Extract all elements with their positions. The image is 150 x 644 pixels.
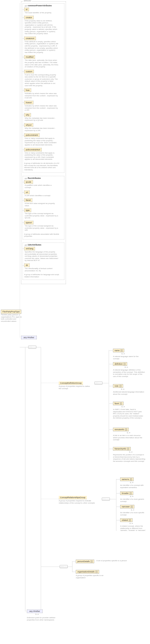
element-desc: An identifier of a concept with equivale… — [120, 484, 147, 488]
element-desc: A natural language definition of the sem… — [113, 369, 145, 378]
attr-desc: Specifies the language of this property … — [25, 251, 58, 262]
attr-desc: The local identifier of the property. — [25, 12, 58, 14]
sequence-icon — [102, 498, 110, 500]
attr-id: id — [24, 8, 29, 11]
root-type: FlexPartyPropType — [1, 310, 21, 314]
attr-row: uriA URI which identifies a concept. — [24, 190, 63, 197]
group-i18n-attributes: grp i18nAttributes xml:langSpecifies the… — [23, 242, 64, 280]
occurrence: 0..∞ — [130, 482, 134, 484]
concept-relationships-group: ConceptRelationshipsGroup A group of pro… — [59, 496, 97, 504]
expand-icon[interactable]: + — [90, 560, 92, 562]
occurrence: 0..∞ — [130, 522, 133, 524]
attr-type: type — [24, 208, 31, 212]
attr-desc: A qualified code which identifies a conc… — [25, 184, 58, 188]
expand-icon[interactable]: + — [129, 519, 131, 521]
attr-row: typeuriThe type of the concept assigned … — [24, 221, 63, 231]
any-other-extension: any ##other — [27, 610, 42, 613]
attr-creator: creator — [24, 16, 34, 19]
attr-xmllang: xml:lang — [24, 247, 35, 250]
attr-desc: One or many constraints that apply to pu… — [25, 137, 58, 146]
expand-icon[interactable]: + — [130, 478, 132, 480]
attr-pubconstrainturi: pubconstrainturi — [24, 148, 42, 152]
expand-icon[interactable]: + — [130, 492, 132, 494]
attr-desc: The type of the concept assigned as cont… — [25, 212, 58, 219]
group-common-power: grp commonPowerAttributes idThe local id… — [23, 3, 64, 173]
element-desc: A related concept, where the relationshi… — [120, 525, 149, 532]
expand-icon[interactable]: + — [125, 428, 127, 430]
extension-desc: Extension point for provider-defined pro… — [27, 616, 58, 621]
cdg-desc: A group of properites required to define… — [59, 385, 90, 390]
attr-how: how — [24, 88, 31, 92]
element-desc: A group of properties specific to an org… — [76, 574, 112, 579]
attr-whyuri: whyuri — [24, 123, 33, 127]
attributes-tab-label: attributes — [23, 0, 32, 2]
attributes-panel: attributes grp commonPowerAttributes idT… — [21, 1, 66, 284]
group-flex-attributes: grp flexAttributes qcodeA qualified code… — [23, 176, 64, 240]
attr-row: pubconstrainturiOne or many constraints … — [24, 148, 63, 160]
attr-desc: Why the metadata has been included - exp… — [25, 117, 58, 122]
sequence-icon — [28, 346, 36, 349]
expand-icon[interactable]: + — [120, 385, 122, 387]
occurrence: 0..∞ — [130, 496, 134, 498]
element-narrower: narrower+ — [120, 505, 134, 508]
attr-modified: modified — [24, 55, 35, 59]
attr-creatoruri: creatoruri — [24, 36, 36, 40]
attr-row: idThe local identifier of the property. — [24, 8, 63, 14]
attr-row: customIf set to true the corresponding p… — [24, 70, 63, 87]
occurrence: 0..∞ — [129, 451, 132, 453]
group-label: grp commonPowerAttributes — [25, 4, 52, 7]
concept-definition-group: ConceptDefinitionGroup A group of proper… — [59, 382, 90, 390]
expand-icon[interactable]: + — [96, 571, 98, 573]
attr-uri: uri — [24, 190, 30, 194]
occurrence: 0..∞ — [127, 432, 130, 434]
attr-desc: If the attribute is empty, specifies whi… — [25, 40, 58, 54]
group-label: grp flexAttributes — [25, 177, 41, 179]
expand-icon[interactable]: + — [131, 506, 133, 508]
occurrence: 0..∞ — [125, 366, 128, 368]
expand-icon[interactable]: + — [127, 448, 129, 450]
expand-icon[interactable]: + — [124, 363, 126, 365]
element-note: note+ — [113, 384, 123, 388]
element-desc: In NAR 1.8 and later, facet is deprecate… — [113, 408, 145, 419]
attr-row: whyWhy the metadata has been included - … — [24, 113, 63, 122]
attr-pubconstraint: pubconstraint — [24, 133, 40, 137]
occurrence: 0..∞ — [131, 509, 134, 511]
attr-desc: If set to true the corresponding propert… — [25, 74, 58, 87]
attr-desc: A URI which identifies a concept. — [25, 194, 58, 197]
occurrence: 0..∞ — [122, 406, 125, 408]
cdg-title: ConceptDefinitionGroup — [59, 382, 83, 385]
crg-desc: A group of properites required to indica… — [59, 500, 97, 504]
attr-desc: The directionality of textual content (e… — [25, 268, 58, 272]
element-desc: A natural language name for the concept. — [113, 356, 145, 360]
element-desc: An identifier of a more generic concept. — [120, 498, 147, 502]
attr-row: howuriIndicates by which means the value… — [24, 101, 63, 111]
element-desc: A set of properties specific to a person — [96, 560, 128, 562]
element-hierarchyinfo: hierarchyInfo+ — [113, 447, 131, 450]
element-facet: facet+ — [113, 402, 124, 405]
attr-row: xml:langSpecifies the language of this p… — [24, 247, 63, 262]
attr-literal: literal — [24, 198, 32, 202]
attr-custom: custom — [24, 70, 34, 74]
attr-row: howIndicates by which means the value wa… — [24, 88, 63, 99]
expand-icon[interactable]: + — [120, 402, 122, 404]
expand-icon[interactable]: + — [121, 350, 123, 352]
sequence-icon — [94, 382, 102, 384]
element-desc: Additional natural language information … — [113, 391, 145, 395]
attr-howuri: howuri — [24, 101, 34, 104]
attr-row: creatorIf the property value is not defi… — [24, 16, 63, 35]
attr-row: dirThe directionality of textual content… — [24, 264, 63, 272]
attr-row: creatoruriIf the attribute is empty, spe… — [24, 36, 63, 54]
element-name: name+ — [113, 349, 124, 352]
element-sameas: sameAs+ — [120, 478, 134, 481]
attr-row: whyuriWhy the metadata has been included… — [24, 123, 63, 132]
element-desc: Represents the position of a concept in … — [113, 454, 145, 462]
element-organisationdetails: organisationDetails+ — [76, 570, 99, 574]
attr-qcode: qcode — [24, 180, 33, 184]
element-persondetails: personDetails+ — [76, 560, 94, 563]
group-desc: A group of attributes for language and s… — [24, 274, 63, 278]
element-desc: A link to an item or a web resource whic… — [113, 434, 145, 441]
attr-desc: Indicates by which means the value was e… — [25, 92, 58, 99]
element-desc: An identifier of a more specific concept… — [120, 512, 147, 516]
attr-desc: The type of the concept assigned as cont… — [25, 225, 58, 231]
group-desc: A group of attributes associated with fl… — [24, 233, 63, 238]
